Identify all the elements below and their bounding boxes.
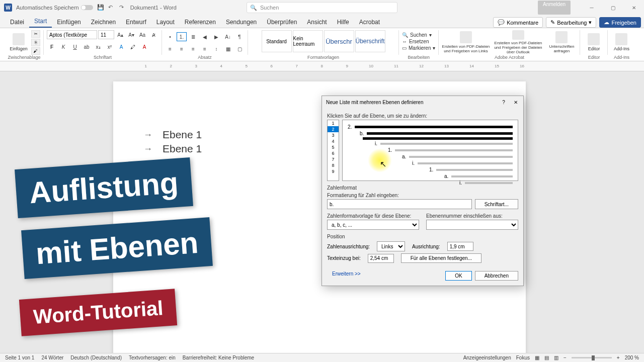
borders-icon[interactable]: ▢	[234, 44, 245, 53]
subscript-icon[interactable]: x₂	[93, 42, 103, 51]
level-3[interactable]: 3	[328, 132, 339, 138]
maximize-icon[interactable]: ▢	[603, 1, 623, 15]
multilevel-icon[interactable]: ≣	[188, 32, 198, 41]
zoom-slider[interactable]	[572, 357, 612, 358]
redo-icon[interactable]: ↷	[119, 4, 126, 11]
cut-icon[interactable]: ✂	[31, 30, 40, 38]
undo-icon[interactable]: ↶	[108, 4, 115, 11]
cancel-button[interactable]: Abbrechen	[475, 271, 518, 281]
shading-icon[interactable]: ▦	[223, 44, 233, 53]
tab-zeichnen[interactable]: Zeichnen	[86, 17, 121, 28]
line-spacing-icon[interactable]: ↕	[211, 44, 221, 53]
level-1[interactable]: 1	[328, 120, 339, 126]
language-status[interactable]: Deutsch (Deutschland)	[70, 355, 122, 360]
tab-layout[interactable]: Layout	[151, 17, 180, 28]
show-marks-icon[interactable]: ¶	[234, 32, 245, 41]
inc-indent-icon[interactable]: ▶	[211, 32, 221, 41]
search-input[interactable]: 🔍 Suchen	[247, 2, 397, 13]
view-web-icon[interactable]: ▥	[554, 355, 558, 360]
page-status[interactable]: Seite 1 von 1	[5, 355, 34, 360]
change-case-icon[interactable]: Aa	[137, 30, 147, 39]
share-button[interactable]: ☁ Freigeben	[599, 17, 641, 28]
style-h1[interactable]: Überschr	[324, 30, 354, 52]
underline-icon[interactable]: U	[70, 42, 80, 51]
sort-icon[interactable]: A↓	[223, 32, 233, 41]
align-right-icon[interactable]: ≡	[188, 44, 198, 53]
save-icon[interactable]: 💾	[97, 4, 104, 11]
login-button[interactable]: Anmelden	[538, 1, 571, 15]
autosave-toggle[interactable]: Automatisches Speichern	[16, 5, 93, 11]
all-levels-button[interactable]: Für alle Ebenen festlegen...	[401, 253, 481, 263]
number-style-select[interactable]: a, b, c, ...	[327, 220, 419, 230]
help-icon[interactable]: ?	[500, 100, 507, 105]
level-listbox[interactable]: 1 2 3 4 5 6 7 8 9	[327, 120, 339, 181]
expand-button[interactable]: Erweitern >>	[332, 271, 361, 281]
level-7[interactable]: 7	[328, 156, 339, 162]
tab-ansicht[interactable]: Ansicht	[302, 17, 332, 28]
font-color-icon[interactable]: A	[139, 42, 149, 51]
view-read-icon[interactable]: ▤	[544, 355, 549, 360]
tab-referenzen[interactable]: Referenzen	[180, 17, 221, 28]
zoom-out-icon[interactable]: −	[564, 355, 567, 360]
font-size-combo[interactable]: 11	[98, 30, 114, 39]
toggle-switch-icon[interactable]	[81, 5, 93, 10]
dec-indent-icon[interactable]: ◀	[200, 32, 210, 41]
tab-acrobat[interactable]: Acrobat	[354, 17, 385, 28]
grow-font-icon[interactable]: A▴	[115, 30, 125, 39]
focus-mode[interactable]: Fokus	[516, 355, 530, 360]
tab-sendungen[interactable]: Sendungen	[221, 17, 262, 28]
tab-entwurf[interactable]: Entwurf	[121, 17, 151, 28]
style-h2[interactable]: Überschrift	[355, 30, 385, 52]
editor-button[interactable]: Editor	[583, 30, 604, 54]
view-print-icon[interactable]: ▦	[535, 355, 539, 360]
highlight-icon[interactable]: 🖍	[128, 42, 138, 51]
find-button[interactable]: 🔍 Suchen ▾	[402, 32, 435, 38]
superscript-icon[interactable]: x²	[105, 42, 115, 51]
tab-ueberpruefen[interactable]: Überprüfen	[262, 17, 302, 28]
include-level-select[interactable]	[426, 220, 518, 230]
level-2[interactable]: 2	[328, 126, 339, 132]
level-5[interactable]: 5	[328, 144, 339, 150]
level-9[interactable]: 9	[328, 168, 339, 174]
align-left-icon[interactable]: ≡	[165, 44, 175, 53]
comments-button[interactable]: 💬 Kommentare	[493, 17, 543, 28]
level-8[interactable]: 8	[328, 162, 339, 168]
italic-icon[interactable]: K	[58, 42, 68, 51]
alignment-select[interactable]: Links	[377, 241, 405, 251]
number-format-input[interactable]	[327, 199, 472, 209]
acrobat-link-button[interactable]: Erstellen von PDF-Dateien und Freigeben …	[442, 30, 490, 54]
addins-button[interactable]: Add-Ins	[611, 30, 632, 54]
tab-hilfe[interactable]: Hilfe	[332, 17, 354, 28]
close-icon[interactable]: ✕	[624, 1, 644, 15]
tab-datei[interactable]: Datei	[5, 17, 29, 28]
bold-icon[interactable]: F	[47, 42, 57, 51]
level-4[interactable]: 4	[328, 138, 339, 144]
word-count[interactable]: 24 Wörter	[41, 355, 63, 360]
paste-button[interactable]: Einfügen	[8, 30, 29, 54]
level-6[interactable]: 6	[328, 150, 339, 156]
tab-start[interactable]: Start	[29, 16, 52, 28]
dialog-close-icon[interactable]: ✕	[512, 100, 519, 105]
horizontal-ruler[interactable]: 1 2 3 4 5 6 7 8 9 10 11 12 13 14 15 16	[0, 61, 644, 71]
strike-icon[interactable]: ab	[82, 42, 92, 51]
indent-spinner[interactable]: 2,54 cm	[368, 254, 394, 263]
copy-icon[interactable]: ⎘	[31, 39, 40, 46]
font-button[interactable]: Schriftart...	[475, 199, 518, 209]
acrobat-outlook-button[interactable]: Erstellen von PDF-Dateien und Freigeben …	[492, 30, 544, 54]
ok-button[interactable]: OK	[445, 271, 471, 281]
justify-icon[interactable]: ≡	[200, 44, 210, 53]
minimize-icon[interactable]: ─	[582, 1, 602, 15]
align-center-icon[interactable]: ≡	[177, 44, 187, 53]
editing-mode-button[interactable]: ✎ Bearbeitung ▾	[546, 17, 596, 28]
shrink-font-icon[interactable]: A▾	[126, 30, 136, 39]
replace-button[interactable]: ↔ Ersetzen	[402, 39, 435, 44]
alignat-spinner[interactable]: 1,9 cm	[447, 242, 473, 251]
numbering-icon[interactable]: 1.	[177, 32, 187, 41]
font-name-combo[interactable]: Aptos (Textkörpe	[47, 30, 97, 39]
accessibility-status[interactable]: Barrierefreiheit: Keine Probleme	[183, 355, 254, 360]
format-painter-icon[interactable]: 🖌	[31, 47, 40, 55]
display-settings[interactable]: Anzeigeeinstellungen	[463, 355, 511, 360]
text-effects-icon[interactable]: A	[116, 42, 126, 51]
predict-status[interactable]: Textvorhersagen: ein	[129, 355, 176, 360]
style-nospacing[interactable]: Kein Leerraum	[293, 30, 323, 52]
